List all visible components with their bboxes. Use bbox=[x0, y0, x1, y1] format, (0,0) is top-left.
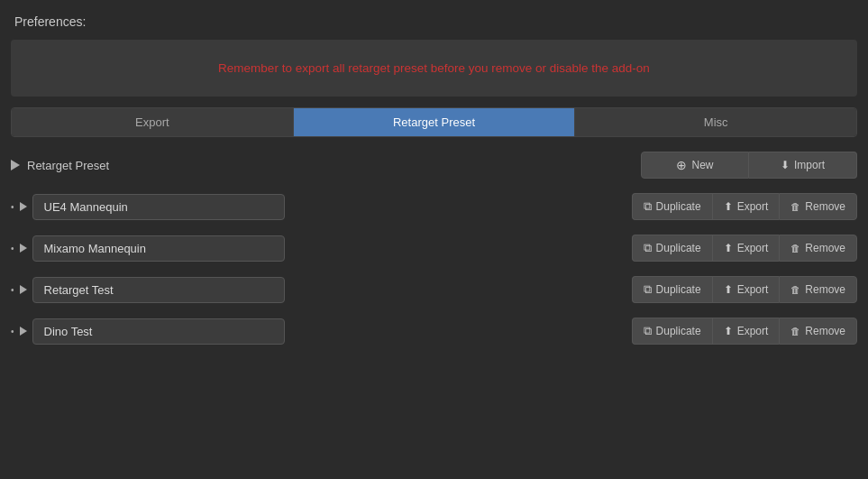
expand-icon[interactable] bbox=[20, 244, 27, 253]
preset-left: • Dino Test bbox=[11, 318, 285, 345]
section-actions: New Import bbox=[641, 152, 857, 179]
export-icon bbox=[724, 200, 733, 213]
preset-name[interactable]: UE4 Mannequin bbox=[32, 194, 285, 220]
preset-actions: Duplicate Export Remove bbox=[632, 193, 857, 220]
duplicate-label: Duplicate bbox=[656, 200, 701, 213]
export-label: Export bbox=[737, 283, 769, 296]
remove-button[interactable]: Remove bbox=[779, 235, 857, 262]
bullet-icon: • bbox=[11, 244, 14, 253]
remove-label: Remove bbox=[805, 200, 845, 213]
export-icon bbox=[724, 283, 733, 296]
duplicate-button[interactable]: Duplicate bbox=[632, 193, 712, 220]
preset-name[interactable]: Mixamo Mannequin bbox=[32, 235, 285, 262]
list-item: • Retarget Test Duplicate Export Remove bbox=[11, 272, 857, 307]
preset-left: • UE4 Mannequin bbox=[11, 194, 285, 220]
duplicate-icon bbox=[644, 324, 652, 338]
import-button[interactable]: Import bbox=[749, 152, 857, 179]
section-left: Retarget Preset bbox=[11, 159, 109, 172]
import-label: Import bbox=[794, 159, 825, 171]
warning-text: Remember to export all retarget preset b… bbox=[218, 61, 650, 75]
export-label: Export bbox=[737, 242, 769, 254]
remove-button[interactable]: Remove bbox=[779, 193, 857, 220]
preset-left: • Mixamo Mannequin bbox=[11, 235, 285, 262]
import-icon bbox=[781, 159, 790, 171]
export-label: Export bbox=[737, 200, 769, 213]
remove-icon bbox=[790, 283, 800, 296]
export-icon bbox=[724, 325, 733, 337]
new-button[interactable]: New bbox=[641, 152, 749, 179]
preferences-title: Preferences: bbox=[11, 14, 857, 29]
export-label: Export bbox=[737, 325, 769, 337]
expand-icon[interactable] bbox=[20, 327, 27, 336]
new-icon bbox=[676, 158, 687, 172]
export-button[interactable]: Export bbox=[712, 235, 780, 262]
duplicate-button[interactable]: Duplicate bbox=[632, 318, 712, 345]
remove-button[interactable]: Remove bbox=[779, 318, 857, 345]
expand-icon[interactable] bbox=[20, 202, 27, 211]
remove-label: Remove bbox=[805, 325, 845, 337]
preset-actions: Duplicate Export Remove bbox=[632, 276, 857, 303]
export-button[interactable]: Export bbox=[712, 318, 780, 345]
remove-label: Remove bbox=[805, 283, 845, 296]
remove-button[interactable]: Remove bbox=[779, 276, 857, 303]
preset-actions: Duplicate Export Remove bbox=[632, 235, 857, 262]
preset-name[interactable]: Dino Test bbox=[32, 318, 285, 345]
section-collapse-icon[interactable] bbox=[11, 160, 20, 170]
duplicate-label: Duplicate bbox=[656, 283, 701, 296]
bullet-icon: • bbox=[11, 285, 14, 295]
preset-name[interactable]: Retarget Test bbox=[32, 277, 285, 303]
duplicate-label: Duplicate bbox=[656, 325, 701, 337]
bullet-icon: • bbox=[11, 202, 14, 212]
tab-misc[interactable]: Misc bbox=[575, 108, 856, 136]
section-title: Retarget Preset bbox=[27, 159, 109, 172]
list-item: • Mixamo Mannequin Duplicate Export Remo… bbox=[11, 231, 857, 265]
duplicate-label: Duplicate bbox=[656, 242, 701, 254]
bullet-icon: • bbox=[11, 327, 14, 336]
list-item: • UE4 Mannequin Duplicate Export Remove bbox=[11, 189, 857, 224]
tab-bar: Export Retarget Preset Misc bbox=[11, 107, 857, 137]
tab-export[interactable]: Export bbox=[12, 108, 294, 136]
duplicate-icon bbox=[644, 241, 652, 255]
remove-icon bbox=[790, 200, 800, 213]
duplicate-button[interactable]: Duplicate bbox=[632, 276, 712, 303]
duplicate-icon bbox=[644, 282, 652, 297]
warning-box: Remember to export all retarget preset b… bbox=[11, 40, 857, 97]
preset-actions: Duplicate Export Remove bbox=[632, 318, 857, 345]
list-item: • Dino Test Duplicate Export Remove bbox=[11, 314, 857, 348]
expand-icon[interactable] bbox=[20, 285, 27, 294]
export-button[interactable]: Export bbox=[712, 276, 780, 303]
duplicate-icon bbox=[644, 199, 652, 214]
preset-left: • Retarget Test bbox=[11, 277, 285, 303]
export-button[interactable]: Export bbox=[712, 193, 780, 220]
content-area: Retarget Preset New Import • UE4 Mannequ… bbox=[11, 148, 857, 348]
new-label: New bbox=[691, 159, 713, 171]
duplicate-button[interactable]: Duplicate bbox=[632, 235, 712, 262]
tab-retarget-preset[interactable]: Retarget Preset bbox=[294, 108, 576, 136]
remove-icon bbox=[790, 242, 800, 254]
remove-label: Remove bbox=[805, 242, 845, 254]
remove-icon bbox=[790, 325, 800, 337]
section-header: Retarget Preset New Import bbox=[11, 148, 857, 182]
export-icon bbox=[724, 242, 733, 254]
